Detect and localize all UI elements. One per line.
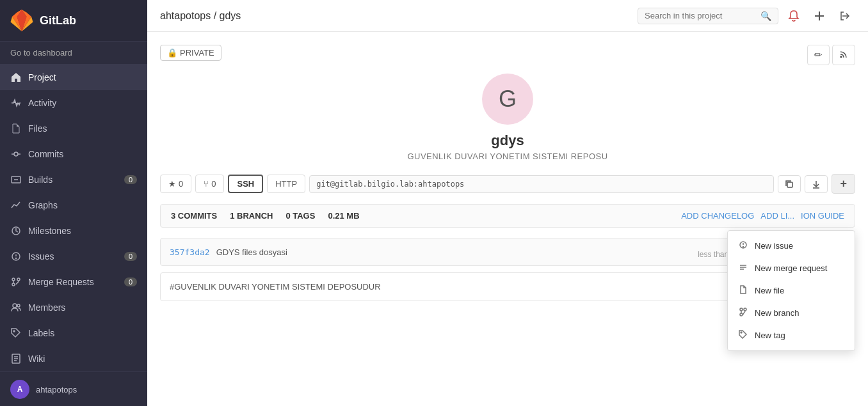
commit-message: GDYS files dosyasi xyxy=(216,247,287,257)
sidebar-nav: Project Activity Files Commits xyxy=(0,65,147,371)
sidebar-item-label: Files xyxy=(28,123,47,134)
sidebar-item-files[interactable]: Files xyxy=(0,116,147,141)
sidebar-item-label: Commits xyxy=(28,149,63,159)
stats-bar: 3 COMMITS 1 BRANCH 0 TAGS 0.21 MB ADD CH… xyxy=(160,204,855,228)
ssh-button[interactable]: SSH xyxy=(228,175,263,193)
edit-button[interactable]: ✏ xyxy=(807,45,830,65)
http-button[interactable]: HTTP xyxy=(267,175,305,193)
avatar-letter: G xyxy=(499,86,517,113)
milestones-icon xyxy=(10,225,22,237)
new-issue-item[interactable]: New issue xyxy=(728,235,855,257)
home-icon xyxy=(10,72,22,83)
download-button[interactable] xyxy=(805,175,828,193)
branches-count: 1 BRANCH xyxy=(230,211,273,221)
project-description: GUVENLIK DUVARI YONETIM SISTEMI REPOSU xyxy=(160,152,855,161)
star-button[interactable]: ★ 0 xyxy=(160,175,191,193)
sidebar-item-project[interactable]: Project xyxy=(0,65,147,90)
repo-size: 0.21 MB xyxy=(328,211,359,221)
list-icon xyxy=(738,263,748,274)
new-merge-request-label: New merge request xyxy=(755,263,827,273)
tag-icon xyxy=(738,330,748,341)
app-title: GitLab xyxy=(40,14,76,27)
search-box[interactable]: 🔍 xyxy=(638,8,778,24)
breadcrumb: ahtapotops / gdys xyxy=(160,10,241,22)
fork-button[interactable]: ⑂ 0 xyxy=(195,175,224,193)
sidebar-item-graphs[interactable]: Graphs xyxy=(0,192,147,218)
user-name: ahtapotops xyxy=(36,385,77,394)
add-changelog-link[interactable]: ADD CHANGELOG xyxy=(681,211,754,221)
plus-icon[interactable] xyxy=(809,6,830,26)
fork-icon: ⑂ xyxy=(204,179,209,189)
commit-hash[interactable]: 357f3da2 xyxy=(170,247,210,257)
svg-point-37 xyxy=(744,308,746,311)
issues-icon xyxy=(10,251,22,262)
sidebar-item-label: Wiki xyxy=(28,354,45,364)
merge-icon xyxy=(10,276,22,288)
labels-icon xyxy=(10,327,22,339)
private-badge: 🔒 PRIVATE xyxy=(160,45,221,61)
sidebar-item-label: Project xyxy=(28,72,56,82)
rss-button[interactable] xyxy=(832,45,855,65)
signout-icon[interactable] xyxy=(835,6,855,26)
notifications-icon[interactable] xyxy=(784,6,804,26)
svg-point-32 xyxy=(743,247,744,247)
search-icon: 🔍 xyxy=(760,11,771,21)
svg-point-38 xyxy=(740,313,743,316)
new-file-label: New file xyxy=(755,286,784,295)
circle-icon xyxy=(738,240,748,251)
new-issue-label: New issue xyxy=(755,241,793,251)
search-input[interactable] xyxy=(645,11,760,20)
size-stat: 0.21 MB xyxy=(328,211,359,221)
svg-point-10 xyxy=(12,278,15,281)
new-tag-item[interactable]: New tag xyxy=(728,324,855,347)
sidebar-user[interactable]: A ahtapotops xyxy=(0,371,147,406)
lock-icon: 🔒 xyxy=(167,48,177,58)
sidebar-item-activity[interactable]: Activity xyxy=(0,90,147,116)
sidebar-item-merge-requests[interactable]: Merge Requests 0 xyxy=(0,269,147,295)
star-icon: ★ xyxy=(168,179,176,189)
sidebar-item-label: Labels xyxy=(28,328,54,338)
sidebar-header: GitLab xyxy=(0,0,147,42)
tags-count: 0 TAGS xyxy=(285,211,315,221)
members-icon xyxy=(10,302,22,313)
svg-point-36 xyxy=(740,308,743,311)
project-content: ✏ 🔒 PRIVATE G gdys GUVENLIK DUVARI YONET… xyxy=(147,32,868,406)
sidebar-item-label: Members xyxy=(28,302,65,313)
new-branch-item[interactable]: New branch xyxy=(728,302,855,324)
builds-icon xyxy=(10,174,22,185)
copy-url-button[interactable] xyxy=(778,175,801,193)
user-avatar: A xyxy=(10,380,29,399)
star-count: 0 xyxy=(179,179,183,189)
top-bar-right: 🔍 xyxy=(638,6,855,26)
svg-point-9 xyxy=(16,258,17,259)
add-guide-link[interactable]: ION GUIDE xyxy=(801,211,844,221)
svg-point-14 xyxy=(13,304,17,308)
project-avatar: G xyxy=(482,74,533,125)
main-content: ahtapotops / gdys 🔍 ✏ xyxy=(147,0,868,406)
svg-point-11 xyxy=(12,283,15,286)
add-license-link[interactable]: ADD LI... xyxy=(760,211,794,221)
sidebar-item-wiki[interactable]: Wiki xyxy=(0,346,147,371)
svg-point-15 xyxy=(17,304,20,307)
dropdown-menu: New issue New merge request New file New… xyxy=(727,230,855,351)
files-icon xyxy=(10,123,22,134)
plus-menu-button[interactable]: + xyxy=(832,174,855,194)
sidebar-item-labels[interactable]: Labels xyxy=(0,320,147,346)
new-file-item[interactable]: New file xyxy=(728,279,855,302)
graphs-icon xyxy=(10,199,22,211)
repo-url-input[interactable] xyxy=(309,175,774,193)
project-name: gdys xyxy=(160,132,855,149)
sidebar-item-milestones[interactable]: Milestones xyxy=(0,218,147,244)
sidebar-item-label: Builds xyxy=(28,175,52,185)
issues-badge: 0 xyxy=(124,252,137,261)
sidebar-item-issues[interactable]: Issues 0 xyxy=(0,244,147,269)
sidebar-item-members[interactable]: Members xyxy=(0,295,147,320)
commits-icon xyxy=(10,148,22,160)
new-merge-request-item[interactable]: New merge request xyxy=(728,257,855,279)
sidebar: GitLab Go to dashboard Project Activity … xyxy=(0,0,147,406)
sidebar-item-builds[interactable]: Builds 0 xyxy=(0,167,147,192)
go-to-dashboard-link[interactable]: Go to dashboard xyxy=(0,42,147,65)
svg-rect-25 xyxy=(787,182,792,187)
sidebar-item-commits[interactable]: Commits xyxy=(0,141,147,167)
new-tag-label: New tag xyxy=(755,331,785,340)
